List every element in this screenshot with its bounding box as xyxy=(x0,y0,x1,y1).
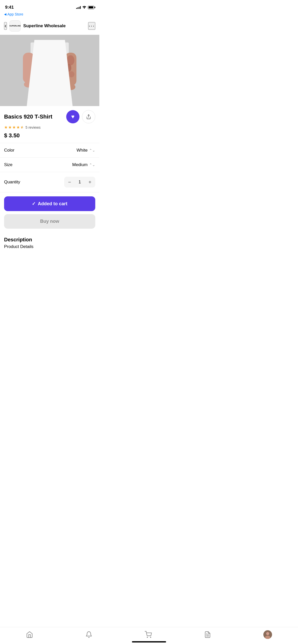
quantity-decrease-button[interactable]: − xyxy=(64,177,75,187)
checkmark-icon: ✓ xyxy=(32,201,36,207)
brand-logo-text: SUPERLINE xyxy=(9,25,21,27)
heart-icon: ♥ xyxy=(71,113,74,120)
color-option[interactable]: Color White ⌃⌄ xyxy=(0,143,99,158)
add-to-cart-label: Added to cart xyxy=(38,201,67,207)
size-chevron-icon: ⌃⌄ xyxy=(89,163,95,167)
header-left: ‹ SUPERLINE Superline Wholesale xyxy=(4,20,66,32)
back-arrow-icon: ◀ xyxy=(4,12,6,16)
action-buttons: ♥ xyxy=(66,110,95,123)
svg-rect-4 xyxy=(23,53,34,83)
cta-section: ✓ Added to cart Buy now xyxy=(0,192,99,233)
star-1: ★ xyxy=(4,125,8,130)
svg-point-11 xyxy=(66,84,75,90)
description-title: Description xyxy=(4,237,95,243)
size-option[interactable]: Size Medium ⌃⌄ xyxy=(0,158,99,172)
status-icons xyxy=(76,5,94,9)
svg-rect-1 xyxy=(31,42,69,98)
svg-rect-9 xyxy=(38,91,61,106)
quantity-increase-button[interactable]: + xyxy=(85,177,95,187)
product-photo xyxy=(0,35,99,106)
review-count: 5 reviews xyxy=(25,125,40,129)
buy-now-button[interactable]: Buy now xyxy=(4,214,95,229)
svg-point-6 xyxy=(67,55,74,65)
svg-rect-2 xyxy=(33,50,66,96)
signal-icon xyxy=(76,6,81,9)
svg-point-10 xyxy=(24,81,33,87)
size-value: Medium xyxy=(72,162,88,167)
share-button[interactable] xyxy=(82,110,95,123)
add-to-cart-button[interactable]: ✓ Added to cart xyxy=(4,196,95,211)
product-info: Basics 920 T-Shirt ♥ ★ ★ ★ ★ xyxy=(0,106,99,139)
share-icon xyxy=(86,114,91,119)
star-4: ★ xyxy=(16,125,20,130)
brand-logo: SUPERLINE xyxy=(9,20,21,32)
star-2: ★ xyxy=(8,125,12,130)
buy-now-label: Buy now xyxy=(40,219,59,224)
size-value-container: Medium ⌃⌄ xyxy=(72,162,95,167)
description-section: Description Product Details xyxy=(0,233,99,254)
product-price: $ 3.50 xyxy=(4,132,95,139)
product-title: Basics 920 T-Shirt xyxy=(4,113,52,120)
status-time: 9:41 xyxy=(5,5,14,10)
quantity-value: 1 xyxy=(75,180,85,185)
size-label: Size xyxy=(4,162,12,167)
description-text: Product Details xyxy=(4,244,95,250)
svg-rect-0 xyxy=(0,35,99,106)
color-chevron-icon: ⌃⌄ xyxy=(89,148,95,152)
star-3: ★ xyxy=(12,125,16,130)
svg-rect-3 xyxy=(45,42,55,53)
rating-row: ★ ★ ★ ★ ★ ★ 5 reviews xyxy=(4,125,95,130)
star-rating: ★ ★ ★ ★ ★ ★ xyxy=(4,125,24,130)
svg-point-7 xyxy=(66,64,71,72)
svg-point-8 xyxy=(68,71,74,77)
more-button[interactable]: ··· xyxy=(88,22,95,30)
star-5: ★ ★ xyxy=(20,125,24,130)
wifi-icon xyxy=(82,5,86,9)
back-button[interactable]: ‹ xyxy=(4,22,7,30)
quantity-stepper: − 1 + xyxy=(64,177,95,187)
status-bar: 9:41 xyxy=(0,0,99,11)
quantity-row: Quantity − 1 + xyxy=(0,172,99,192)
header-title: Superline Wholesale xyxy=(23,23,65,28)
color-label: Color xyxy=(4,148,15,153)
app-store-label: App Store xyxy=(7,12,23,16)
main-content: ‹ SUPERLINE Superline Wholesale ··· xyxy=(0,18,99,277)
quantity-label: Quantity xyxy=(4,180,20,185)
favorite-button[interactable]: ♥ xyxy=(66,110,79,123)
app-store-back[interactable]: ◀ App Store xyxy=(0,11,99,18)
app-header: ‹ SUPERLINE Superline Wholesale ··· xyxy=(0,18,99,35)
battery-icon xyxy=(88,6,94,9)
product-title-row: Basics 920 T-Shirt ♥ xyxy=(4,110,95,123)
color-value: White xyxy=(77,148,88,153)
product-image xyxy=(0,35,99,106)
color-value-container: White ⌃⌄ xyxy=(77,148,95,153)
